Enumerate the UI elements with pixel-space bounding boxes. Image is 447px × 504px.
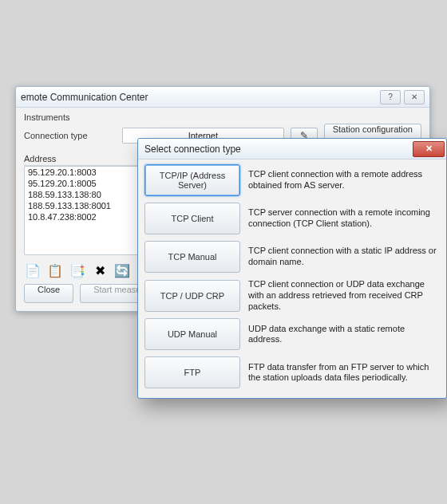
cell-address: 95.129.20.1:8003 xyxy=(28,167,156,177)
close-icon[interactable]: ✕ xyxy=(413,141,445,157)
cell-address: 188.59.133.138:8001 xyxy=(28,201,156,211)
help-icon[interactable]: ? xyxy=(380,90,401,104)
connection-type-label: Connection type xyxy=(24,131,116,140)
option-description: FTP data transfer from an FTP server to … xyxy=(248,362,440,384)
new-station-icon[interactable]: 📄 xyxy=(24,262,42,279)
select-connection-type-dialog: Select connection type ✕ TCP/IP (Address… xyxy=(137,138,447,399)
col-header-address[interactable]: Address xyxy=(24,154,152,163)
option-row: TCP/IP (Address Server)TCP client connec… xyxy=(144,164,440,196)
option-row: UDP ManualUDP data exchange with a stati… xyxy=(144,318,440,350)
edit-station-icon[interactable]: 📑 xyxy=(69,262,86,279)
instruments-label: Instruments xyxy=(24,112,421,122)
dialog-titlebar[interactable]: Select connection type ✕ xyxy=(138,139,446,159)
option-description: TCP server connection with a remote inco… xyxy=(248,207,440,230)
delete-icon[interactable]: ✖ xyxy=(91,262,109,279)
option-button[interactable]: TCP/IP (Address Server) xyxy=(144,164,240,196)
option-description: TCP client connection with a static IP a… xyxy=(248,246,440,268)
cell-address: 95.129.20.1:8005 xyxy=(28,179,156,188)
close-button[interactable]: Close xyxy=(24,284,73,303)
option-button[interactable]: UDP Manual xyxy=(144,318,240,350)
refresh-icon[interactable]: 🔄 xyxy=(113,262,131,279)
main-titlebar[interactable]: emote Communication Center ? ✕ xyxy=(16,87,429,108)
option-row: TCP ManualTCP client connection with a s… xyxy=(144,241,440,273)
option-button[interactable]: TCP / UDP CRP xyxy=(144,280,240,312)
option-description: TCP client connection with a remote addr… xyxy=(248,169,440,191)
option-description: TCP client connection or UDP data exchan… xyxy=(248,279,440,312)
cell-address: 188.59.133.138:80 xyxy=(28,190,156,199)
cell-address: 10.8.47.238:8002 xyxy=(28,212,156,222)
option-row: TCP ClientTCP server connection with a r… xyxy=(144,203,440,234)
option-button[interactable]: TCP Client xyxy=(144,203,240,234)
dialog-title: Select connection type xyxy=(144,144,411,155)
option-row: TCP / UDP CRPTCP client connection or UD… xyxy=(144,279,440,312)
option-description: UDP data exchange with a static remote a… xyxy=(248,324,440,346)
option-button[interactable]: TCP Manual xyxy=(144,241,240,273)
edit-icon[interactable]: 📋 xyxy=(46,262,64,279)
option-row: FTPFTP data transfer from an FTP server … xyxy=(144,356,440,388)
dialog-body: TCP/IP (Address Server)TCP client connec… xyxy=(138,159,446,398)
option-button[interactable]: FTP xyxy=(144,356,240,388)
close-icon[interactable]: ✕ xyxy=(404,90,425,104)
main-window-title: emote Communication Center xyxy=(21,92,377,103)
